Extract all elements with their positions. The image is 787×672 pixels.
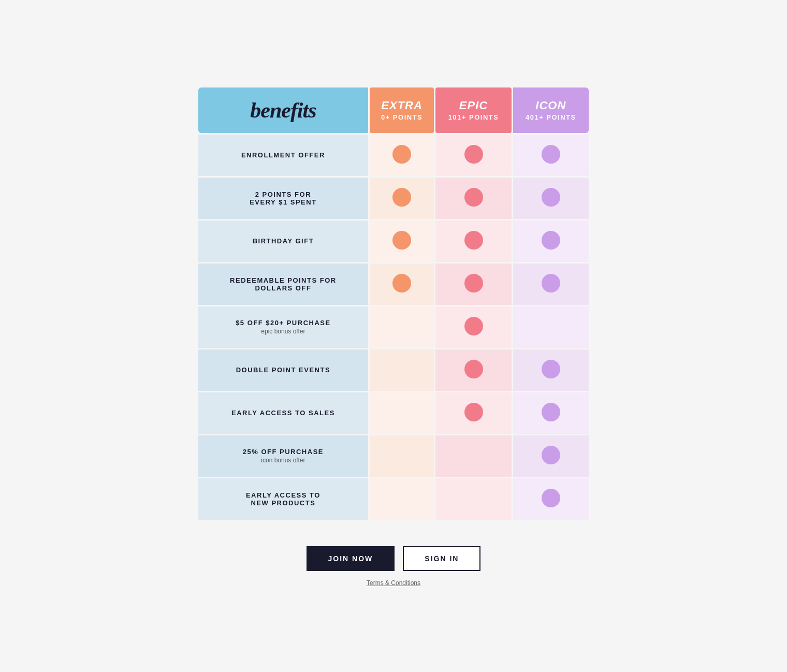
benefit-label-cell: 2 POINTS FOREVERY $1 SPENT bbox=[198, 178, 368, 219]
icon-dot-cell bbox=[513, 435, 589, 477]
benefit-label-main: 25% OFF PURCHASE bbox=[198, 448, 368, 456]
extra-dot-cell bbox=[370, 349, 434, 391]
icon-tier-points: 401+ POINTS bbox=[518, 113, 584, 121]
benefit-label-main: $5 OFF $20+ PURCHASE bbox=[198, 319, 368, 327]
icon-dot-cell bbox=[513, 392, 589, 434]
epic-dot bbox=[464, 360, 483, 378]
icon-dot bbox=[542, 188, 560, 207]
epic-dot-cell bbox=[435, 478, 511, 520]
benefit-label-cell: REDEEMABLE POINTS FORDOLLARS OFF bbox=[198, 264, 368, 305]
benefit-label-main: EARLY ACCESS TO SALES bbox=[198, 409, 368, 417]
icon-dot-cell bbox=[513, 221, 589, 262]
epic-dot-cell bbox=[435, 135, 511, 176]
epic-dot-cell bbox=[435, 306, 511, 348]
epic-dot bbox=[464, 188, 483, 207]
epic-dot-cell bbox=[435, 435, 511, 477]
benefit-label-sub: icon bonus offer bbox=[198, 457, 368, 464]
table-row: 25% OFF PURCHASEicon bonus offer bbox=[198, 435, 589, 477]
table-row: EARLY ACCESS TONEW PRODUCTS bbox=[198, 478, 589, 520]
benefit-label-cell: 25% OFF PURCHASEicon bonus offer bbox=[198, 435, 368, 477]
epic-dot bbox=[464, 274, 483, 293]
benefits-header: benefits bbox=[198, 87, 368, 133]
extra-tier-points: 0+ POINTS bbox=[375, 113, 429, 121]
action-buttons: JOIN NOW SIGN IN bbox=[307, 546, 481, 571]
extra-dot bbox=[392, 145, 411, 164]
extra-dot-cell bbox=[370, 478, 434, 520]
extra-dot bbox=[392, 188, 411, 207]
icon-dot-cell bbox=[513, 178, 589, 219]
epic-dot bbox=[464, 403, 483, 421]
extra-dot-cell bbox=[370, 221, 434, 262]
benefit-label-main: DOUBLE POINT EVENTS bbox=[198, 366, 368, 374]
extra-dot-cell bbox=[370, 392, 434, 434]
epic-dot-cell bbox=[435, 221, 511, 262]
benefits-table: benefits EXTRA 0+ POINTS EPIC 101+ POINT… bbox=[197, 86, 590, 521]
epic-dot bbox=[464, 231, 483, 250]
icon-dot bbox=[542, 274, 560, 293]
benefit-label-cell: DOUBLE POINT EVENTS bbox=[198, 349, 368, 391]
benefit-label-cell: EARLY ACCESS TONEW PRODUCTS bbox=[198, 478, 368, 520]
icon-dot-cell bbox=[513, 264, 589, 305]
extra-dot-cell bbox=[370, 435, 434, 477]
table-row: DOUBLE POINT EVENTS bbox=[198, 349, 589, 391]
benefit-label-sub: epic bonus offer bbox=[198, 328, 368, 335]
icon-dot-cell bbox=[513, 478, 589, 520]
icon-dot bbox=[542, 145, 560, 164]
extra-header: EXTRA 0+ POINTS bbox=[370, 87, 434, 133]
epic-dot-cell bbox=[435, 349, 511, 391]
benefits-title: benefits bbox=[250, 98, 316, 122]
benefit-label-main2: DOLLARS OFF bbox=[198, 284, 368, 292]
epic-dot-cell bbox=[435, 264, 511, 305]
icon-dot bbox=[542, 446, 560, 464]
extra-dot-cell bbox=[370, 264, 434, 305]
benefit-label-cell: EARLY ACCESS TO SALES bbox=[198, 392, 368, 434]
epic-dot-cell bbox=[435, 392, 511, 434]
icon-header: ICON 401+ POINTS bbox=[513, 87, 589, 133]
epic-dot bbox=[464, 145, 483, 164]
icon-dot-cell bbox=[513, 306, 589, 348]
extra-dot-cell bbox=[370, 306, 434, 348]
benefit-label-cell: ENROLLMENT OFFER bbox=[198, 135, 368, 176]
icon-dot-cell bbox=[513, 349, 589, 391]
benefit-label-cell: BIRTHDAY GIFT bbox=[198, 221, 368, 262]
benefit-label-main: 2 POINTS FOR bbox=[198, 191, 368, 198]
table-row: BIRTHDAY GIFT bbox=[198, 221, 589, 262]
icon-dot bbox=[542, 403, 560, 421]
table-row: REDEEMABLE POINTS FORDOLLARS OFF bbox=[198, 264, 589, 305]
terms-conditions-link[interactable]: Terms & Conditions bbox=[367, 579, 420, 587]
extra-dot-cell bbox=[370, 135, 434, 176]
table-row: 2 POINTS FOREVERY $1 SPENT bbox=[198, 178, 589, 219]
icon-dot bbox=[542, 489, 560, 507]
benefit-label-main: REDEEMABLE POINTS FOR bbox=[198, 276, 368, 284]
benefit-label-main: EARLY ACCESS TO bbox=[198, 491, 368, 499]
sign-in-button[interactable]: SIGN IN bbox=[403, 546, 480, 571]
icon-tier-name: ICON bbox=[518, 99, 584, 112]
epic-tier-name: EPIC bbox=[441, 99, 506, 112]
icon-dot bbox=[542, 231, 560, 250]
benefit-label-cell: $5 OFF $20+ PURCHASEepic bonus offer bbox=[198, 306, 368, 348]
header-row: benefits EXTRA 0+ POINTS EPIC 101+ POINT… bbox=[198, 87, 589, 133]
extra-dot bbox=[392, 231, 411, 250]
table-row: $5 OFF $20+ PURCHASEepic bonus offer bbox=[198, 306, 589, 348]
epic-dot-cell bbox=[435, 178, 511, 219]
benefits-table-wrapper: benefits EXTRA 0+ POINTS EPIC 101+ POINT… bbox=[197, 86, 590, 521]
benefit-label-main2: EVERY $1 SPENT bbox=[198, 198, 368, 206]
extra-dot-cell bbox=[370, 178, 434, 219]
epic-header: EPIC 101+ POINTS bbox=[435, 87, 511, 133]
icon-dot-cell bbox=[513, 135, 589, 176]
benefit-label-main2: NEW PRODUCTS bbox=[198, 499, 368, 507]
benefit-label-main: BIRTHDAY GIFT bbox=[198, 237, 368, 245]
table-row: ENROLLMENT OFFER bbox=[198, 135, 589, 176]
join-now-button[interactable]: JOIN NOW bbox=[307, 546, 395, 571]
benefit-label-main: ENROLLMENT OFFER bbox=[198, 151, 368, 159]
table-row: EARLY ACCESS TO SALES bbox=[198, 392, 589, 434]
extra-dot bbox=[392, 274, 411, 293]
extra-tier-name: EXTRA bbox=[375, 99, 429, 112]
epic-tier-points: 101+ POINTS bbox=[441, 113, 506, 121]
epic-dot bbox=[464, 317, 483, 335]
icon-dot bbox=[542, 360, 560, 378]
